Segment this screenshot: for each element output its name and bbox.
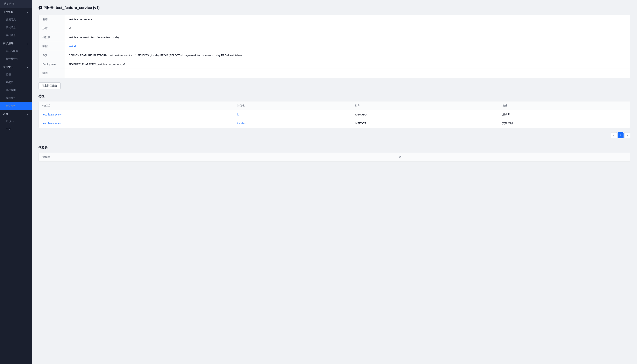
sidebar-item-offline-task[interactable]: 离线任务 <box>0 94 32 102</box>
col-header-type: 类型 <box>351 102 498 110</box>
next-page-button[interactable]: › <box>624 132 630 138</box>
dep-col-header-database: 数据库 <box>39 153 395 162</box>
sidebar-item-manage-center[interactable]: 管理中心 ▲ <box>0 63 32 71</box>
sidebar-item-language[interactable]: 语言 ▲ <box>0 110 32 118</box>
detail-value-version: v1 <box>65 24 630 33</box>
sidebar-item-datatable[interactable]: 数据表 <box>0 78 32 86</box>
detail-value-sql: DEPLOY FEATURE_PLATFORM_test_feature_ser… <box>65 51 630 60</box>
sidebar-label-sql-lab: SQL实验室 <box>6 49 18 53</box>
request-feature-service-button[interactable]: 请求特征服务 <box>38 82 60 89</box>
feature-group-cell[interactable]: test_featureview <box>39 110 233 119</box>
col-header-group: 特征组 <box>39 102 233 110</box>
detail-row-deployment: Deployment FEATURE_PLATFORM_test_feature… <box>39 60 630 69</box>
sidebar-item-data-import[interactable]: 数据导入 <box>0 16 32 24</box>
detail-row-name: 名称 test_feature_service <box>39 15 630 24</box>
chevron-up-icon: ▲ <box>27 11 29 13</box>
dependencies-table-header: 数据库 表 <box>39 153 630 162</box>
features-section-title: 特征 <box>38 94 630 98</box>
dep-col-header-table: 表 <box>395 153 630 162</box>
feature-desc-cell: 交易星期 <box>498 119 630 128</box>
sidebar-label-online-scene: 在线场景 <box>6 34 16 37</box>
detail-row-feature-name: 特征名 test_featureview:id,test_featureview… <box>39 33 630 42</box>
detail-value-database[interactable]: test_db <box>65 42 630 51</box>
detail-label-desc: 描述 <box>39 69 65 78</box>
pagination: ‹ 1 › <box>38 131 630 140</box>
features-table: 特征组 特征名 类型 描述 test_featureview id VARCHA… <box>38 101 630 128</box>
chevron-up-icon: ▲ <box>27 66 29 68</box>
sidebar-label-english: English <box>6 120 14 123</box>
detail-label-deployment: Deployment <box>39 60 65 68</box>
sidebar-item-dev-workflow[interactable]: 开发流程 ▲ <box>0 8 32 16</box>
prev-page-button[interactable]: ‹ <box>611 132 617 138</box>
detail-value-desc <box>65 69 630 78</box>
col-header-desc: 描述 <box>498 102 630 110</box>
sidebar-label-offline-scene: 离线场景 <box>6 26 16 29</box>
sidebar-label-language: 语言 <box>3 112 8 116</box>
feature-name-cell[interactable]: trx_day <box>233 119 351 128</box>
sidebar-item-feature[interactable]: 特征 <box>0 71 32 78</box>
features-table-header: 特征组 特征名 类型 描述 <box>39 102 630 110</box>
sidebar-item-advanced[interactable]: 高级用法 ▲ <box>0 39 32 47</box>
chevron-up-icon: ▲ <box>27 113 29 115</box>
detail-row-desc: 描述 <box>39 69 630 78</box>
detail-label-name: 名称 <box>39 15 65 24</box>
sidebar-label-data-import: 数据导入 <box>6 18 16 21</box>
sidebar-item-feature-screen[interactable]: 特征大屏 <box>0 0 32 8</box>
sidebar-item-sql-lab[interactable]: SQL实验室 <box>0 47 32 55</box>
sidebar: 特征大屏 开发流程 ▲ 数据导入 离线场景 在线场景 高级用法 ▲ SQL实验室… <box>0 0 32 364</box>
detail-value-feature-name: test_featureview:id,test_featureview:trx… <box>65 33 630 42</box>
detail-row-database: 数据库 test_db <box>39 42 630 51</box>
sidebar-item-online-scene[interactable]: 在线场景 <box>0 32 32 39</box>
sidebar-item-offline-sample[interactable]: 离线样本 <box>0 86 32 94</box>
detail-label-database: 数据库 <box>39 42 65 51</box>
sidebar-label-dev-workflow: 开发流程 <box>3 10 14 14</box>
sidebar-label-feature-service: 特征服务 <box>6 104 16 108</box>
sidebar-label-feature: 特征 <box>6 73 11 76</box>
table-row: test_featureview id VARCHAR 用户ID <box>39 110 630 119</box>
table-row: test_featureview trx_day INTEGER 交易星期 <box>39 119 630 128</box>
sidebar-label-chinese: 中文 <box>6 127 11 130</box>
detail-label-feature-name: 特征名 <box>39 33 65 42</box>
feature-type-cell: INTEGER <box>351 119 498 128</box>
sidebar-item-precompute[interactable]: 预计算特征 <box>0 55 32 63</box>
sidebar-item-english[interactable]: English <box>0 118 32 125</box>
feature-group-cell[interactable]: test_featureview <box>39 119 233 128</box>
sidebar-label-datatable: 数据表 <box>6 81 13 84</box>
detail-value-deployment: FEATURE_PLATFORM_test_feature_service_v1 <box>65 60 630 68</box>
page-title: 特征服务: test_feature_service (v1) <box>38 5 630 10</box>
sidebar-label-manage-center: 管理中心 <box>3 66 14 69</box>
sidebar-item-chinese[interactable]: 中文 <box>0 125 32 133</box>
detail-value-name: test_feature_service <box>65 15 630 24</box>
col-header-feature-name: 特征名 <box>233 102 351 110</box>
feature-name-cell[interactable]: id <box>233 110 351 119</box>
sidebar-label-precompute: 预计算特征 <box>6 57 18 60</box>
detail-label-sql: SQL <box>39 51 65 60</box>
detail-card: 名称 test_feature_service 版本 v1 特征名 test_f… <box>38 15 630 78</box>
dependencies-table: 数据库 表 <box>38 153 630 162</box>
feature-desc-cell: 用户ID <box>498 110 630 119</box>
sidebar-item-feature-service[interactable]: 特征服务 <box>0 102 32 110</box>
sidebar-label-advanced: 高级用法 <box>3 42 14 45</box>
chevron-up-icon: ▲ <box>27 42 29 45</box>
detail-row-sql: SQL DEPLOY FEATURE_PLATFORM_test_feature… <box>39 51 630 60</box>
dependencies-section-title: 依赖表 <box>38 146 630 150</box>
main-content: 特征服务: test_feature_service (v1) 名称 test_… <box>32 0 637 364</box>
detail-row-version: 版本 v1 <box>39 24 630 33</box>
sidebar-label-offline-sample: 离线样本 <box>6 88 16 92</box>
feature-type-cell: VARCHAR <box>351 110 498 119</box>
sidebar-item-offline-scene[interactable]: 离线场景 <box>0 24 32 32</box>
sidebar-label-feature-screen: 特征大屏 <box>4 2 14 6</box>
sidebar-label-offline-task: 离线任务 <box>6 96 16 100</box>
page-1-button[interactable]: 1 <box>618 132 624 138</box>
detail-label-version: 版本 <box>39 24 65 33</box>
